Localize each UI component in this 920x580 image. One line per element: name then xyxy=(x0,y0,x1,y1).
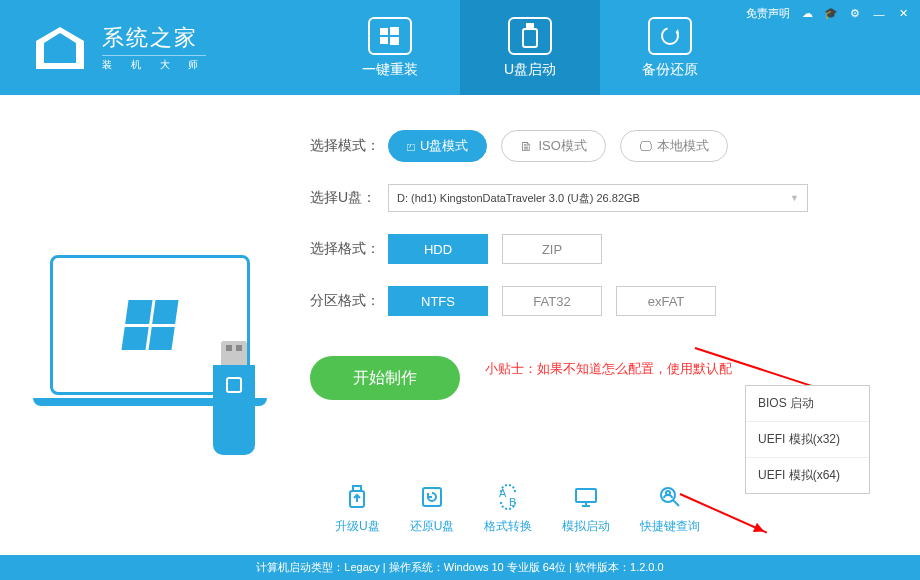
action-upgrade[interactable]: 升级U盘 xyxy=(335,482,380,535)
tab-usb-boot[interactable]: U盘启动 xyxy=(460,0,600,95)
udisk-select[interactable]: D: (hd1) KingstonDataTraveler 3.0 (U盘) 2… xyxy=(388,184,808,212)
popup-uefi32[interactable]: UEFI 模拟(x32) xyxy=(746,422,869,458)
usb-icon xyxy=(508,17,552,55)
monitor-icon xyxy=(571,482,601,512)
popup-bios[interactable]: BIOS 启动 xyxy=(746,386,869,422)
svg-rect-3 xyxy=(58,53,64,57)
logo-icon xyxy=(30,23,90,73)
action-convert[interactable]: AB 格式转换 xyxy=(484,482,532,535)
partition-exfat-button[interactable]: exFAT xyxy=(616,286,716,316)
svg-text:A: A xyxy=(499,487,507,499)
partition-ntfs-button[interactable]: NTFS xyxy=(388,286,488,316)
boot-popup-menu: BIOS 启动 UEFI 模拟(x32) UEFI 模拟(x64) xyxy=(745,385,870,494)
svg-rect-4 xyxy=(380,28,388,35)
svg-rect-6 xyxy=(380,37,388,44)
svg-point-10 xyxy=(662,28,678,44)
row-partition: 分区格式： NTFS FAT32 exFAT xyxy=(310,286,890,316)
row-mode: 选择模式： ⏍U盘模式 🗎ISO模式 🖵本地模式 xyxy=(310,130,890,162)
svg-rect-9 xyxy=(523,29,537,47)
disclaimer-link[interactable]: 免责声明 xyxy=(746,6,790,21)
bottom-actions: 升级U盘 还原U盘 AB 格式转换 模拟启动 快捷键查询 xyxy=(335,482,700,535)
footer-text: 计算机启动类型：Legacy | 操作系统：Windows 10 专业版 64位… xyxy=(256,560,663,575)
graduation-icon[interactable]: 🎓 xyxy=(824,7,838,21)
action-label: 格式转换 xyxy=(484,518,532,535)
svg-rect-2 xyxy=(50,53,56,57)
partition-label: 分区格式： xyxy=(310,292,388,310)
refresh-icon xyxy=(648,17,692,55)
logo: 系统之家 装 机 大 师 xyxy=(0,23,320,73)
row-udisk: 选择U盘： D: (hd1) KingstonDataTraveler 3.0 … xyxy=(310,184,890,212)
mode-local-button[interactable]: 🖵本地模式 xyxy=(620,130,728,162)
mode-label: 选择模式： xyxy=(310,137,388,155)
udisk-label: 选择U盘： xyxy=(310,189,388,207)
minimize-icon[interactable]: — xyxy=(872,7,886,21)
action-restore[interactable]: 还原U盘 xyxy=(410,482,455,535)
action-hotkey[interactable]: 快捷键查询 xyxy=(640,482,700,535)
windows-icon xyxy=(368,17,412,55)
convert-icon: AB xyxy=(493,482,523,512)
format-hdd-button[interactable]: HDD xyxy=(388,234,488,264)
action-label: 还原U盘 xyxy=(410,518,455,535)
illustration-panel xyxy=(0,95,300,555)
action-label: 升级U盘 xyxy=(335,518,380,535)
action-label: 快捷键查询 xyxy=(640,518,700,535)
mode-iso-button[interactable]: 🗎ISO模式 xyxy=(501,130,605,162)
tip-text: 小贴士：如果不知道怎么配置，使用默认配 xyxy=(485,360,732,378)
monitor-icon: 🖵 xyxy=(639,139,652,154)
header: 系统之家 装 机 大 师 一键重装 U盘启动 备份还原 免责声明 ☁ 🎓 ⚙ —… xyxy=(0,0,920,95)
svg-rect-7 xyxy=(390,37,399,45)
tab-label: 一键重装 xyxy=(362,61,418,79)
gear-icon[interactable]: ⚙ xyxy=(848,7,862,21)
window-controls: 免责声明 ☁ 🎓 ⚙ — ✕ xyxy=(746,6,910,21)
upgrade-icon xyxy=(342,482,372,512)
tab-label: U盘启动 xyxy=(504,61,556,79)
start-button[interactable]: 开始制作 xyxy=(310,356,460,400)
svg-rect-0 xyxy=(50,47,56,51)
usb-small-icon: ⏍ xyxy=(407,139,415,154)
partition-fat32-button[interactable]: FAT32 xyxy=(502,286,602,316)
cloud-icon[interactable]: ☁ xyxy=(800,7,814,21)
mode-usb-button[interactable]: ⏍U盘模式 xyxy=(388,130,487,162)
svg-rect-1 xyxy=(58,47,64,51)
usb-illustration xyxy=(213,365,255,455)
restore-icon xyxy=(417,482,447,512)
svg-rect-16 xyxy=(576,489,596,502)
row-format: 选择格式： HDD ZIP xyxy=(310,234,890,264)
brand-subtitle: 装 机 大 师 xyxy=(102,55,206,72)
file-icon: 🗎 xyxy=(520,139,533,154)
windows-logo-icon xyxy=(121,300,178,350)
tab-reinstall[interactable]: 一键重装 xyxy=(320,0,460,95)
close-icon[interactable]: ✕ xyxy=(896,7,910,21)
format-label: 选择格式： xyxy=(310,240,388,258)
action-label: 模拟启动 xyxy=(562,518,610,535)
action-simulate[interactable]: 模拟启动 xyxy=(562,482,610,535)
search-person-icon xyxy=(655,482,685,512)
format-zip-button[interactable]: ZIP xyxy=(502,234,602,264)
status-bar: 计算机启动类型：Legacy | 操作系统：Windows 10 专业版 64位… xyxy=(0,555,920,580)
tab-label: 备份还原 xyxy=(642,61,698,79)
popup-uefi64[interactable]: UEFI 模拟(x64) xyxy=(746,458,869,493)
brand-title: 系统之家 xyxy=(102,23,206,53)
tab-backup[interactable]: 备份还原 xyxy=(600,0,740,95)
svg-rect-5 xyxy=(390,27,399,35)
